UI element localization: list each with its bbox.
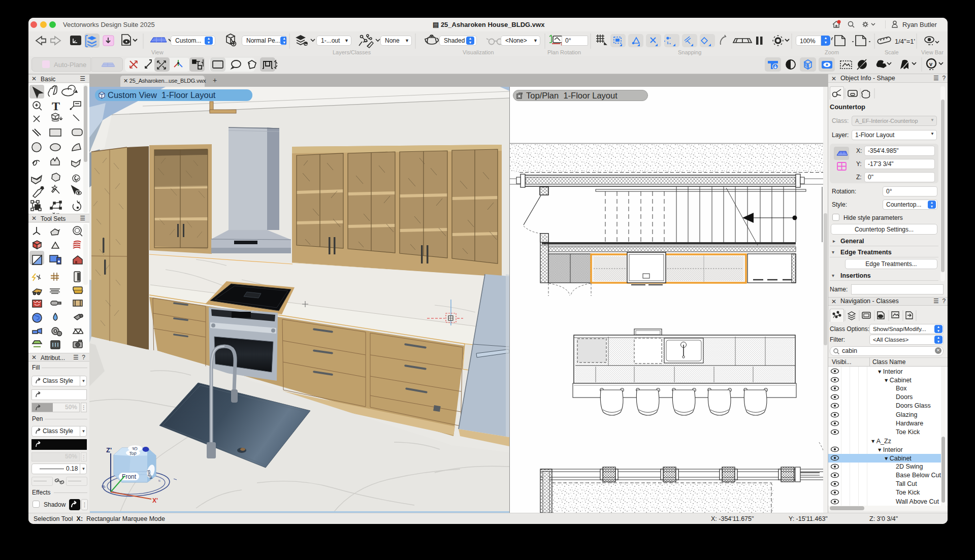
svg-text:s/w: s/w [102,485,106,488]
svg-text:Z': Z' [106,446,112,454]
svg-text:Top: Top [129,450,137,456]
svg-text:N: N [158,479,160,482]
svg-text:X': X' [152,497,158,504]
svg-text:v: v [929,61,933,67]
svg-text:1/4"=1': 1/4"=1' [895,38,915,45]
svg-text:T: T [52,100,60,113]
